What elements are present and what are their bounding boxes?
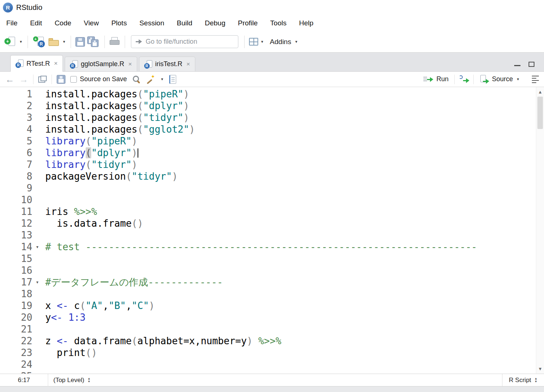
code-line-21[interactable]: 21 xyxy=(0,323,536,335)
run-button[interactable]: Run xyxy=(422,74,450,84)
code-line-4[interactable]: 4install.packages("gglot2") xyxy=(0,123,536,135)
line-number: 16 xyxy=(0,265,32,276)
menu-item-plots[interactable]: Plots xyxy=(105,15,133,31)
open-recent-chevron-icon[interactable]: ▾ xyxy=(62,39,67,44)
fold-arrow-icon[interactable]: ▾ xyxy=(32,241,45,253)
code-line-24[interactable]: 24 xyxy=(0,359,536,370)
find-replace-icon[interactable] xyxy=(132,75,141,84)
code-line-20[interactable]: 20y<- 1:3 xyxy=(0,312,536,323)
tab-close-icon[interactable]: × xyxy=(186,61,190,68)
tab-gglotsample-r[interactable]: RgglotSample.R× xyxy=(65,57,137,71)
code-token: ) xyxy=(184,100,189,111)
popout-icon[interactable] xyxy=(38,76,47,83)
source-on-save-checkbox[interactable] xyxy=(70,76,77,83)
line-content: #データフレームの作成------------- xyxy=(45,276,536,288)
code-line-12[interactable]: 12 is.data.frame() xyxy=(0,217,536,229)
panes-layout-icon[interactable] xyxy=(249,38,258,46)
code-line-14[interactable]: 14▾# test ------------------------------… xyxy=(0,241,536,253)
tab-bar: RRTest.R×RgglotSample.R×RirisTest.R× xyxy=(0,53,544,72)
tab-label: irisTest.R xyxy=(155,60,182,68)
scope-selector[interactable]: (Top Level) ▲▼ xyxy=(48,377,90,384)
code-line-9[interactable]: 9 xyxy=(0,182,536,194)
open-file-button[interactable] xyxy=(47,35,60,48)
code-token: install.packages xyxy=(45,100,137,111)
tab-iristest-r[interactable]: RirisTest.R× xyxy=(139,57,195,71)
addins-button[interactable]: Addins ▾ xyxy=(266,38,302,46)
fold-spacer xyxy=(32,135,45,147)
code-line-5[interactable]: 5library("pipeR") xyxy=(0,135,536,147)
code-tools-icon[interactable] xyxy=(146,75,155,84)
menu-item-help[interactable]: Help xyxy=(293,15,320,31)
menu-item-debug[interactable]: Debug xyxy=(199,15,232,31)
save-icon[interactable] xyxy=(75,37,85,47)
compile-report-icon[interactable] xyxy=(169,75,176,84)
source-on-save[interactable]: Source on Save xyxy=(70,75,127,83)
scroll-up-icon[interactable]: ▲ xyxy=(536,89,544,94)
code-line-19[interactable]: 19x <- c("A","B","C") xyxy=(0,300,536,312)
editor-toolbar-separator xyxy=(473,75,474,84)
new-file-button[interactable]: + xyxy=(4,35,17,48)
save-all-icon[interactable] xyxy=(87,36,100,48)
back-icon[interactable]: ← xyxy=(5,76,14,83)
code-line-1[interactable]: 1install.packages("pipeR") xyxy=(0,88,536,100)
vertical-scrollbar[interactable]: ▲ ▼ xyxy=(536,87,544,374)
editor-save-icon[interactable] xyxy=(57,75,65,84)
tab-close-icon[interactable]: × xyxy=(54,60,58,67)
code-line-25[interactable]: 25 xyxy=(0,370,536,374)
new-file-chevron-icon[interactable]: ▾ xyxy=(19,39,23,44)
code-line-16[interactable]: 16 xyxy=(0,265,536,276)
panes-chevron-icon[interactable]: ▾ xyxy=(260,39,264,44)
source-chevron-icon[interactable]: ▾ xyxy=(516,77,520,82)
menu-item-view[interactable]: View xyxy=(78,15,105,31)
code-editor[interactable]: 1install.packages("pipeR")2install.packa… xyxy=(0,87,544,374)
code-line-3[interactable]: 3install.packages("tidyr") xyxy=(0,112,536,123)
tab-close-icon[interactable]: × xyxy=(128,61,132,68)
code-tools-chevron-icon[interactable]: ▾ xyxy=(160,77,164,82)
code-line-6[interactable]: 6library("dplyr") xyxy=(0,147,536,159)
run-label: Run xyxy=(436,75,448,83)
code-line-7[interactable]: 7library("tidyr") xyxy=(0,159,536,170)
code-line-17[interactable]: 17▾#データフレームの作成------------- xyxy=(0,276,536,288)
code-line-11[interactable]: 11iris %>>% xyxy=(0,206,536,217)
new-project-button[interactable]: R+ xyxy=(32,35,46,48)
toolbar-separator xyxy=(71,36,71,48)
source-button[interactable]: Source ▾ xyxy=(478,74,522,85)
tab-rtest-r[interactable]: RRTest.R× xyxy=(10,55,63,72)
scroll-down-icon[interactable]: ▼ xyxy=(536,366,544,371)
code-line-23[interactable]: 23 print() xyxy=(0,347,536,359)
menu-item-file[interactable]: File xyxy=(0,15,24,31)
editor-toolbar-separator xyxy=(454,75,455,84)
code-token: %>>% xyxy=(74,206,97,217)
menu-item-tools[interactable]: Tools xyxy=(264,15,293,31)
code-line-2[interactable]: 2install.packages("dplyr") xyxy=(0,100,536,112)
run-icon xyxy=(423,76,433,83)
code-line-18[interactable]: 18 xyxy=(0,288,536,300)
code-line-15[interactable]: 15 xyxy=(0,253,536,265)
goto-file-input[interactable] xyxy=(146,38,225,46)
menu-item-session[interactable]: Session xyxy=(133,15,171,31)
code-token: "B" xyxy=(109,300,126,311)
file-type-selector[interactable]: R Script ▲▼ xyxy=(502,374,544,386)
print-icon[interactable] xyxy=(109,37,120,47)
scrollbar-thumb[interactable] xyxy=(537,97,543,129)
code-line-10[interactable]: 10 xyxy=(0,194,536,206)
code-token: ( xyxy=(80,300,86,311)
menu-item-profile[interactable]: Profile xyxy=(232,15,264,31)
tab-label: gglotSample.R xyxy=(81,60,124,68)
rerun-icon[interactable] xyxy=(459,75,469,83)
fold-spacer xyxy=(32,229,45,241)
menu-item-code[interactable]: Code xyxy=(48,15,77,31)
code-token: ( xyxy=(86,147,92,158)
outline-icon[interactable] xyxy=(532,76,539,83)
goto-file-box[interactable] xyxy=(131,35,238,48)
code-token: ( xyxy=(86,347,92,358)
forward-icon[interactable]: → xyxy=(19,76,28,83)
minimize-icon[interactable] xyxy=(514,65,520,66)
code-line-8[interactable]: 8packageVersion("tidyr") xyxy=(0,170,536,182)
menu-item-build[interactable]: Build xyxy=(171,15,199,31)
maximize-icon[interactable] xyxy=(529,62,534,67)
code-line-13[interactable]: 13 xyxy=(0,229,536,241)
menu-item-edit[interactable]: Edit xyxy=(24,15,49,31)
code-line-22[interactable]: 22z <- data.frame(alphabet=x,number=y) %… xyxy=(0,335,536,347)
fold-arrow-icon[interactable]: ▾ xyxy=(32,276,45,288)
